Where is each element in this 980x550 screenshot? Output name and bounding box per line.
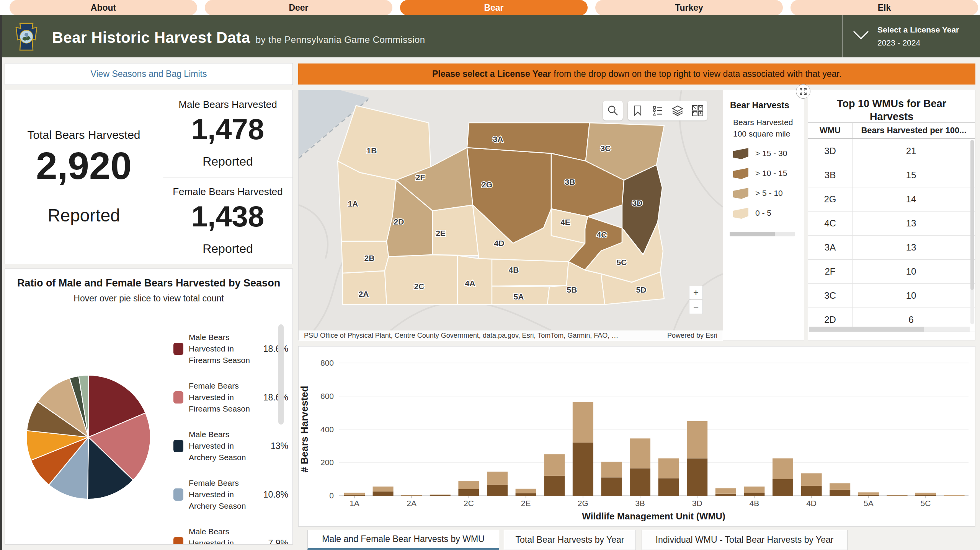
powered-by-esri: Powered by Esri	[667, 332, 717, 340]
bottom-tab-individual-wmu[interactable]: Individual WMU - Total Bear Harvests by …	[642, 530, 848, 550]
map-legend-swatch	[733, 207, 749, 219]
view-seasons-link[interactable]: View Seasons and Bag Limits	[91, 69, 207, 79]
bar-3B-female[interactable]	[630, 438, 650, 468]
col-header-bears-per-100[interactable]: Bears Harvested per 100...	[853, 123, 975, 138]
bar-3C-male[interactable]	[658, 478, 679, 496]
bar-2B-female[interactable]	[430, 495, 451, 495]
table-vertical-scrollbar[interactable]	[970, 140, 974, 324]
bar-4A-female[interactable]	[715, 488, 736, 493]
table-row[interactable]: 2F10	[808, 260, 975, 284]
bar-5A-male[interactable]	[858, 495, 879, 496]
stacked-bar-chart[interactable]: 02004006008001A2A2C2E2G3B3D4B4D5A5C# Bea…	[299, 347, 975, 526]
bar-4B-female[interactable]	[744, 487, 764, 493]
wmu-label-1B: 1B	[367, 146, 377, 155]
bar-2G-female[interactable]	[573, 402, 593, 443]
cell-wmu: 4C	[808, 212, 853, 235]
table-row[interactable]: 2G14	[808, 187, 975, 212]
bar-2E-male[interactable]	[516, 493, 536, 496]
bar-5C-male[interactable]	[915, 495, 936, 496]
page-title: Bear Historic Harvest Databy the Pennsyl…	[52, 29, 425, 46]
layers-icon[interactable]	[672, 105, 683, 116]
tab-bear[interactable]: Bear	[400, 0, 588, 15]
bar-5D-female[interactable]	[944, 495, 965, 496]
bar-3D-female[interactable]	[687, 421, 707, 459]
bar-2F-female[interactable]	[544, 454, 565, 476]
bar-5C-female[interactable]	[915, 493, 936, 495]
bar-3C-female[interactable]	[658, 458, 679, 478]
bar-2F-male[interactable]	[544, 476, 565, 496]
map-zoom-in-button[interactable]: +	[689, 286, 703, 299]
wmu-region-2A[interactable]	[343, 271, 387, 304]
map-legend-scrollbar[interactable]	[730, 232, 795, 236]
table-row[interactable]: 4C13	[808, 212, 975, 236]
bottom-tab-total-by-year[interactable]: Total Bear Harvests by Year	[504, 530, 636, 550]
bar-2B-male[interactable]	[430, 495, 451, 496]
legend-list-icon[interactable]	[652, 105, 663, 116]
expand-icon[interactable]	[796, 84, 810, 99]
x-tick-label: 2E	[521, 499, 531, 508]
bar-2A-female[interactable]	[401, 495, 422, 495]
wmu-region-4B[interactable]	[479, 259, 568, 286]
tab-about[interactable]: About	[10, 0, 197, 15]
col-header-wmu[interactable]: WMU	[808, 123, 853, 138]
map-search-button[interactable]	[603, 101, 623, 120]
map-zoom-out-button[interactable]: −	[689, 300, 703, 314]
tab-elk[interactable]: Elk	[791, 0, 978, 15]
bar-4D-female[interactable]	[801, 473, 822, 486]
wmu-region-2C[interactable]	[385, 255, 457, 304]
banner-bold-text: Please select a License Year	[432, 69, 551, 79]
bar-1A-female[interactable]	[344, 493, 365, 495]
bar-2D-male[interactable]	[487, 485, 508, 496]
wmu-label-4C: 4C	[597, 230, 607, 239]
bar-1B-male[interactable]	[373, 491, 394, 496]
female-harvest-stat: Female Bears Harvested 1,438 Reported	[163, 177, 293, 264]
bar-4E-female[interactable]	[830, 483, 850, 490]
pie-legend-entry: Male BearsHarvested inFirearms Season18.…	[173, 325, 288, 372]
legend-percent: 7.9%	[257, 520, 288, 545]
bookmark-icon[interactable]	[632, 105, 644, 116]
tab-turkey[interactable]: Turkey	[595, 0, 783, 15]
bar-2C-male[interactable]	[458, 489, 479, 496]
table-horizontal-scrollbar[interactable]	[809, 327, 970, 332]
wmu-label-3C: 3C	[601, 144, 611, 153]
bar-2E-female[interactable]	[516, 489, 536, 493]
basemap-gallery-icon[interactable]	[692, 105, 703, 116]
map-toolbar	[628, 101, 707, 120]
bar-4C-male[interactable]	[773, 479, 793, 496]
bottom-tab-male-female-by-wmu[interactable]: Male and Female Bear Harvests by WMU	[307, 530, 499, 550]
wmu-choropleth-map[interactable]: 1A1B2A2B2C2D2E2F2G3A3B3C3D4A4B4C4D4E5A5B…	[299, 90, 723, 330]
license-year-dropdown[interactable]: Select a License Year 2023 - 2024	[845, 15, 980, 57]
bar-3B-male[interactable]	[630, 468, 650, 496]
bar-4D-male[interactable]	[801, 486, 822, 496]
table-title: Top 10 WMUs for Bear Harvests	[823, 97, 960, 123]
table-row[interactable]: 3C10	[808, 284, 975, 308]
tab-deer[interactable]: Deer	[205, 0, 392, 15]
bar-2C-female[interactable]	[458, 481, 479, 489]
cell-bears-per-100: 13	[853, 212, 970, 235]
bar-3D-male[interactable]	[687, 458, 707, 496]
legend-swatch	[173, 537, 183, 545]
table-row[interactable]: 3D21	[808, 139, 975, 163]
map-legend-item: > 10 - 15	[733, 167, 804, 179]
pie-chart[interactable]	[20, 369, 157, 505]
table-row[interactable]: 3B15	[808, 163, 975, 187]
map-legend-swatch	[733, 187, 749, 199]
bar-4B-male[interactable]	[744, 493, 764, 496]
bar-2G-male[interactable]	[573, 443, 593, 496]
bar-4A-male[interactable]	[715, 494, 736, 496]
wmu-label-2F: 2F	[416, 173, 425, 182]
table-row[interactable]: 3A13	[808, 236, 975, 260]
bar-1B-female[interactable]	[373, 487, 394, 491]
bar-3A-male[interactable]	[601, 477, 622, 496]
bar-1A-male[interactable]	[344, 495, 365, 496]
bar-4C-female[interactable]	[773, 458, 793, 479]
bar-3A-female[interactable]	[601, 462, 622, 477]
bar-5B-female[interactable]	[887, 495, 907, 495]
bar-4E-male[interactable]	[830, 490, 850, 496]
wmu-label-4A: 4A	[465, 279, 475, 288]
pie-legend-scrollbar[interactable]	[278, 324, 284, 425]
page-subtitle: by the Pennsylvania Game Commission	[256, 34, 425, 45]
bar-5A-female[interactable]	[858, 492, 879, 495]
top-nav: About Deer Bear Turkey Elk	[0, 0, 980, 15]
bar-2D-female[interactable]	[487, 472, 508, 485]
